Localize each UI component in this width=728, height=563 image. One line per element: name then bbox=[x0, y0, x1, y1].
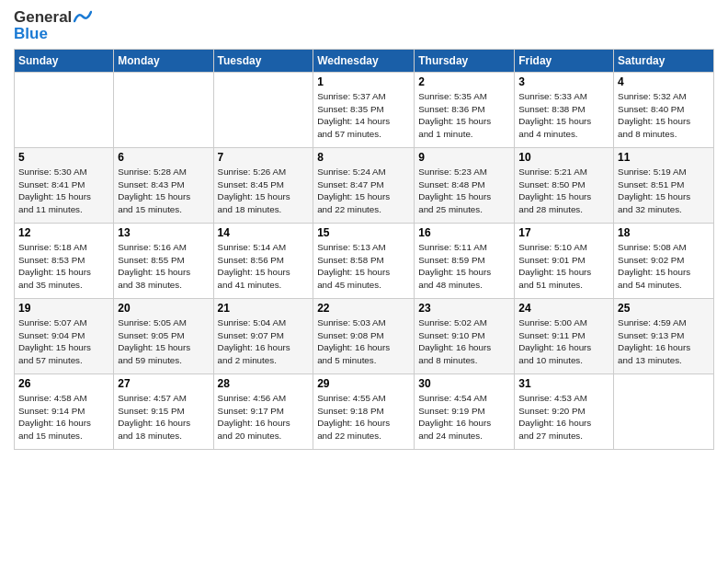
day-info: Sunrise: 5:37 AM Sunset: 8:35 PM Dayligh… bbox=[317, 90, 410, 141]
day-info: Sunrise: 4:54 AM Sunset: 9:19 PM Dayligh… bbox=[418, 392, 510, 442]
day-info: Sunrise: 5:00 AM Sunset: 9:11 PM Dayligh… bbox=[518, 316, 609, 367]
day-number: 23 bbox=[418, 302, 510, 315]
calendar-cell: 4Sunrise: 5:32 AM Sunset: 8:40 PM Daylig… bbox=[614, 73, 714, 148]
calendar-cell: 24Sunrise: 5:00 AM Sunset: 9:11 PM Dayli… bbox=[515, 299, 614, 374]
day-number: 6 bbox=[118, 151, 209, 164]
day-info: Sunrise: 5:13 AM Sunset: 8:58 PM Dayligh… bbox=[317, 241, 410, 292]
day-number: 22 bbox=[317, 302, 410, 315]
calendar-cell: 7Sunrise: 5:26 AM Sunset: 8:45 PM Daylig… bbox=[213, 148, 313, 224]
calendar-cell: 16Sunrise: 5:11 AM Sunset: 8:59 PM Dayli… bbox=[415, 224, 515, 299]
day-number: 26 bbox=[18, 377, 109, 390]
calendar-cell bbox=[213, 73, 313, 148]
day-number: 20 bbox=[118, 302, 209, 315]
calendar-cell: 19Sunrise: 5:07 AM Sunset: 9:04 PM Dayli… bbox=[15, 299, 114, 374]
day-info: Sunrise: 5:19 AM Sunset: 8:51 PM Dayligh… bbox=[618, 166, 710, 216]
day-number: 3 bbox=[518, 75, 609, 88]
day-info: Sunrise: 5:03 AM Sunset: 9:08 PM Dayligh… bbox=[317, 316, 410, 367]
day-info: Sunrise: 5:11 AM Sunset: 8:59 PM Dayligh… bbox=[418, 241, 510, 292]
logo-blue-text: Blue bbox=[14, 25, 48, 42]
calendar-week-row: 1Sunrise: 5:37 AM Sunset: 8:35 PM Daylig… bbox=[15, 73, 714, 148]
day-info: Sunrise: 5:02 AM Sunset: 9:10 PM Dayligh… bbox=[418, 316, 510, 367]
calendar-cell: 9Sunrise: 5:23 AM Sunset: 8:48 PM Daylig… bbox=[415, 148, 515, 224]
logo: General Blue bbox=[14, 9, 92, 43]
calendar-cell: 10Sunrise: 5:21 AM Sunset: 8:50 PM Dayli… bbox=[515, 148, 614, 224]
day-number: 25 bbox=[618, 302, 710, 315]
calendar-cell bbox=[15, 73, 114, 148]
day-info: Sunrise: 5:26 AM Sunset: 8:45 PM Dayligh… bbox=[218, 166, 310, 216]
calendar-cell: 2Sunrise: 5:35 AM Sunset: 8:36 PM Daylig… bbox=[415, 73, 515, 148]
day-info: Sunrise: 4:57 AM Sunset: 9:15 PM Dayligh… bbox=[118, 392, 209, 442]
day-number: 15 bbox=[317, 226, 410, 239]
weekday-header-friday: Friday bbox=[515, 50, 614, 73]
calendar-week-row: 26Sunrise: 4:58 AM Sunset: 9:14 PM Dayli… bbox=[15, 374, 714, 450]
day-number: 11 bbox=[618, 151, 710, 164]
calendar-cell: 23Sunrise: 5:02 AM Sunset: 9:10 PM Dayli… bbox=[415, 299, 515, 374]
day-info: Sunrise: 4:53 AM Sunset: 9:20 PM Dayligh… bbox=[518, 392, 609, 442]
calendar-cell: 5Sunrise: 5:30 AM Sunset: 8:41 PM Daylig… bbox=[15, 148, 114, 224]
calendar-cell bbox=[114, 73, 213, 148]
calendar-cell: 31Sunrise: 4:53 AM Sunset: 9:20 PM Dayli… bbox=[515, 374, 614, 450]
day-number: 28 bbox=[218, 377, 310, 390]
day-info: Sunrise: 4:56 AM Sunset: 9:17 PM Dayligh… bbox=[218, 392, 310, 442]
day-info: Sunrise: 5:21 AM Sunset: 8:50 PM Dayligh… bbox=[518, 166, 609, 216]
weekday-header-sunday: Sunday bbox=[15, 50, 114, 73]
day-number: 19 bbox=[18, 302, 109, 315]
day-number: 8 bbox=[317, 151, 410, 164]
day-info: Sunrise: 4:55 AM Sunset: 9:18 PM Dayligh… bbox=[317, 392, 410, 442]
calendar-cell: 6Sunrise: 5:28 AM Sunset: 8:43 PM Daylig… bbox=[114, 148, 213, 224]
calendar-cell: 13Sunrise: 5:16 AM Sunset: 8:55 PM Dayli… bbox=[114, 224, 213, 299]
calendar-cell: 12Sunrise: 5:18 AM Sunset: 8:53 PM Dayli… bbox=[15, 224, 114, 299]
day-info: Sunrise: 5:23 AM Sunset: 8:48 PM Dayligh… bbox=[418, 166, 510, 216]
day-info: Sunrise: 5:35 AM Sunset: 8:36 PM Dayligh… bbox=[418, 90, 510, 141]
day-info: Sunrise: 5:18 AM Sunset: 8:53 PM Dayligh… bbox=[18, 241, 109, 292]
calendar-cell: 8Sunrise: 5:24 AM Sunset: 8:47 PM Daylig… bbox=[313, 148, 415, 224]
calendar-cell: 18Sunrise: 5:08 AM Sunset: 9:02 PM Dayli… bbox=[614, 224, 714, 299]
calendar-cell: 14Sunrise: 5:14 AM Sunset: 8:56 PM Dayli… bbox=[213, 224, 313, 299]
calendar-cell: 20Sunrise: 5:05 AM Sunset: 9:05 PM Dayli… bbox=[114, 299, 213, 374]
day-number: 9 bbox=[418, 151, 510, 164]
calendar-cell: 26Sunrise: 4:58 AM Sunset: 9:14 PM Dayli… bbox=[15, 374, 114, 450]
day-number: 12 bbox=[18, 226, 109, 239]
day-number: 16 bbox=[418, 226, 510, 239]
day-info: Sunrise: 5:16 AM Sunset: 8:55 PM Dayligh… bbox=[118, 241, 209, 292]
calendar-week-row: 19Sunrise: 5:07 AM Sunset: 9:04 PM Dayli… bbox=[15, 299, 714, 374]
calendar-cell: 1Sunrise: 5:37 AM Sunset: 8:35 PM Daylig… bbox=[313, 73, 415, 148]
calendar-cell: 3Sunrise: 5:33 AM Sunset: 8:38 PM Daylig… bbox=[515, 73, 614, 148]
day-info: Sunrise: 4:58 AM Sunset: 9:14 PM Dayligh… bbox=[18, 392, 109, 442]
day-number: 29 bbox=[317, 377, 410, 390]
calendar-week-row: 5Sunrise: 5:30 AM Sunset: 8:41 PM Daylig… bbox=[15, 148, 714, 224]
weekday-header-row: SundayMondayTuesdayWednesdayThursdayFrid… bbox=[15, 50, 714, 73]
weekday-header-saturday: Saturday bbox=[614, 50, 714, 73]
logo-general-text: General bbox=[14, 9, 72, 25]
calendar-cell: 17Sunrise: 5:10 AM Sunset: 9:01 PM Dayli… bbox=[515, 224, 614, 299]
calendar-cell: 28Sunrise: 4:56 AM Sunset: 9:17 PM Dayli… bbox=[213, 374, 313, 450]
day-info: Sunrise: 5:24 AM Sunset: 8:47 PM Dayligh… bbox=[317, 166, 410, 216]
weekday-header-tuesday: Tuesday bbox=[213, 50, 313, 73]
day-number: 5 bbox=[18, 151, 109, 164]
day-number: 7 bbox=[218, 151, 310, 164]
weekday-header-monday: Monday bbox=[114, 50, 213, 73]
calendar-week-row: 12Sunrise: 5:18 AM Sunset: 8:53 PM Dayli… bbox=[15, 224, 714, 299]
day-info: Sunrise: 5:05 AM Sunset: 9:05 PM Dayligh… bbox=[118, 316, 209, 367]
day-number: 18 bbox=[618, 226, 710, 239]
day-number: 13 bbox=[118, 226, 209, 239]
day-number: 24 bbox=[518, 302, 609, 315]
day-number: 14 bbox=[218, 226, 310, 239]
calendar-cell: 22Sunrise: 5:03 AM Sunset: 9:08 PM Dayli… bbox=[313, 299, 415, 374]
day-number: 21 bbox=[218, 302, 310, 315]
day-info: Sunrise: 5:33 AM Sunset: 8:38 PM Dayligh… bbox=[518, 90, 609, 141]
day-info: Sunrise: 4:59 AM Sunset: 9:13 PM Dayligh… bbox=[618, 316, 710, 367]
weekday-header-thursday: Thursday bbox=[415, 50, 515, 73]
day-number: 31 bbox=[518, 377, 609, 390]
day-info: Sunrise: 5:10 AM Sunset: 9:01 PM Dayligh… bbox=[518, 241, 609, 292]
calendar-cell: 11Sunrise: 5:19 AM Sunset: 8:51 PM Dayli… bbox=[614, 148, 714, 224]
day-info: Sunrise: 5:08 AM Sunset: 9:02 PM Dayligh… bbox=[618, 241, 710, 292]
calendar-cell: 21Sunrise: 5:04 AM Sunset: 9:07 PM Dayli… bbox=[213, 299, 313, 374]
day-number: 30 bbox=[418, 377, 510, 390]
page-header: General Blue bbox=[14, 9, 714, 43]
day-info: Sunrise: 5:28 AM Sunset: 8:43 PM Dayligh… bbox=[118, 166, 209, 216]
day-info: Sunrise: 5:04 AM Sunset: 9:07 PM Dayligh… bbox=[218, 316, 310, 367]
day-info: Sunrise: 5:32 AM Sunset: 8:40 PM Dayligh… bbox=[618, 90, 710, 141]
calendar-cell: 27Sunrise: 4:57 AM Sunset: 9:15 PM Dayli… bbox=[114, 374, 213, 450]
day-info: Sunrise: 5:07 AM Sunset: 9:04 PM Dayligh… bbox=[18, 316, 109, 367]
